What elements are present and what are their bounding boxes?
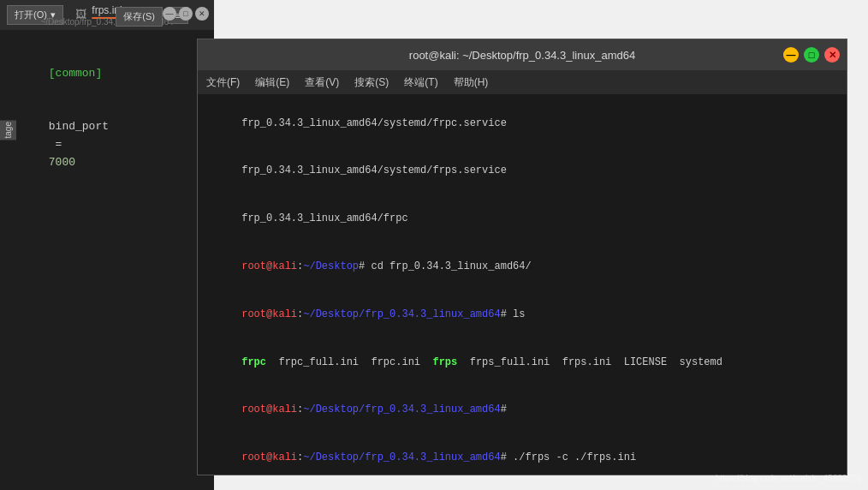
editor-content-area: [common] bind_port = 7000 xyxy=(0,39,214,198)
terminal-win-controls: — □ ✕ xyxy=(783,47,840,63)
editor-win-controls: — □ ✕ xyxy=(163,7,209,21)
editor-close-btn[interactable]: ✕ xyxy=(195,7,209,21)
menu-file[interactable]: 文件(F) xyxy=(206,75,240,90)
stage-label: tage xyxy=(0,120,16,140)
terminal-maximize-btn[interactable]: □ xyxy=(804,47,819,63)
menu-terminal[interactable]: 终端(T) xyxy=(404,75,437,90)
terminal-titlebar: root@kali: ~/Desktop/frp_0.34.3_linux_am… xyxy=(198,39,847,70)
terminal-title: root@kali: ~/Desktop/frp_0.34.3_linux_am… xyxy=(409,49,635,62)
terminal-close-btn[interactable]: ✕ xyxy=(824,47,840,63)
terminal-line-5: root@kali:~/Desktop/frp_0.34.3_linux_amd… xyxy=(205,290,840,338)
menu-view[interactable]: 查看(V) xyxy=(305,75,339,90)
menu-help[interactable]: 帮助(H) xyxy=(454,75,489,90)
terminal-line-4: root@kali:~/Desktop# cd frp_0.34.3_linux… xyxy=(205,242,840,290)
editor-line-1: [common] xyxy=(9,47,205,100)
terminal-menubar: 文件(F) 编辑(E) 查看(V) 搜索(S) 终端(T) 帮助(H) xyxy=(198,70,847,94)
terminal-line-7: root@kali:~/Desktop/frp_0.34.3_linux_amd… xyxy=(205,386,840,434)
editor-window: 打开(O) ▾ 🖼 frps.ini ~/Desktop/frp_0.34.3_… xyxy=(0,0,214,490)
menu-search[interactable]: 搜索(S) xyxy=(354,75,389,90)
editor-titlebar: 打开(O) ▾ 🖼 frps.ini ~/Desktop/frp_0.34.3_… xyxy=(0,0,214,30)
save-button[interactable]: 保存(S) xyxy=(116,7,163,27)
menu-edit[interactable]: 编辑(E) xyxy=(255,75,289,90)
editor-minimize-btn[interactable]: — xyxy=(163,7,176,21)
terminal-line-2: frp_0.34.3_linux_amd64/systemd/frps.serv… xyxy=(205,147,840,195)
terminal-line-6: frpc frpc_full.ini frpc.ini frps frps_fu… xyxy=(205,338,840,386)
editor-maximize-btn[interactable]: □ xyxy=(179,7,193,21)
terminal-line-1: frp_0.34.3_linux_amd64/systemd/frpc.serv… xyxy=(205,99,840,147)
terminal-line-3: frp_0.34.3_linux_amd64/frpc xyxy=(205,195,840,243)
terminal-line-8: root@kali:~/Desktop/frp_0.34.3_linux_amd… xyxy=(205,433,840,475)
terminal-body[interactable]: frp_0.34.3_linux_amd64/systemd/frpc.serv… xyxy=(198,94,847,475)
watermark: https://blog.csdn.net/weixin_45882070 xyxy=(716,474,861,483)
terminal-window: root@kali: ~/Desktop/frp_0.34.3_linux_am… xyxy=(197,39,847,475)
editor-line-2: bind_port = 7000 xyxy=(9,100,205,189)
terminal-minimize-btn[interactable]: — xyxy=(783,47,799,63)
